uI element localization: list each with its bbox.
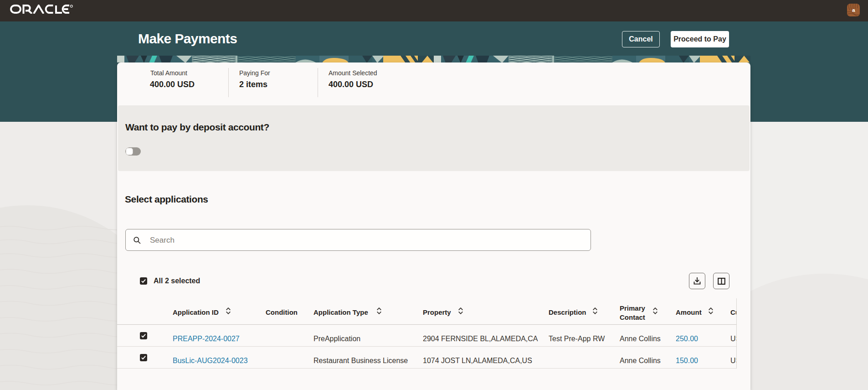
svg-text:a: a	[852, 7, 855, 13]
